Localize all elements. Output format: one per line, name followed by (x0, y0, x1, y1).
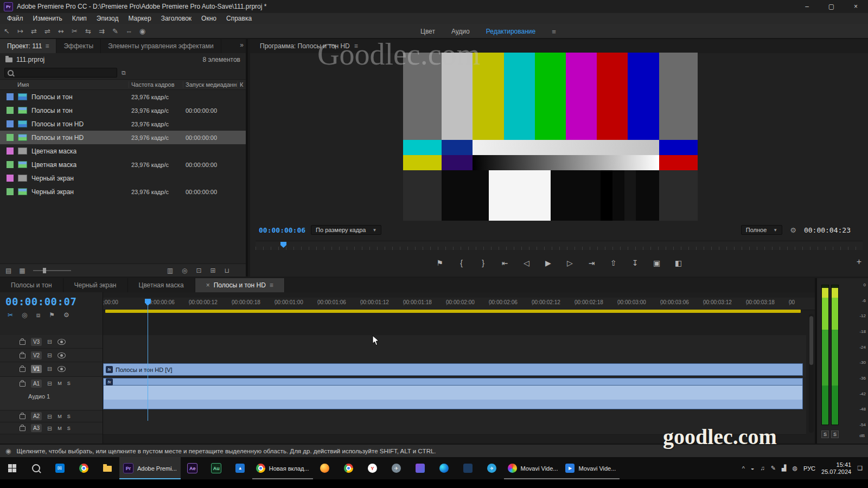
track-name-label[interactable]: Аудио 1 (0, 393, 103, 400)
project-item-row[interactable]: Полосы и тон 23,976 кадр/с 00:00:00:00 (0, 104, 246, 117)
file-explorer-icon[interactable] (95, 457, 119, 479)
icon-view-icon[interactable]: ▦ (19, 267, 25, 274)
razor-icon[interactable]: ✂ (8, 311, 13, 319)
audio-clip-waveform[interactable] (103, 386, 803, 400)
firefox-icon[interactable] (313, 457, 337, 479)
mute-button[interactable]: M (58, 426, 62, 431)
browser-tray-icon[interactable]: ◍ (792, 465, 797, 472)
app-icon[interactable] (409, 457, 432, 479)
insert-point-icon[interactable] (47, 380, 52, 387)
lock-icon[interactable] (20, 426, 25, 431)
automate-to-sequence-icon[interactable]: ▥ (167, 267, 173, 274)
label-color-chip[interactable] (7, 175, 14, 182)
menu-item[interactable]: Окно (196, 13, 221, 24)
lock-icon[interactable] (20, 382, 25, 387)
lock-icon[interactable] (20, 414, 25, 419)
clock[interactable]: 15:41 25.07.2024 (821, 461, 851, 476)
in-out-filter-icon[interactable]: ⧉ (122, 69, 126, 76)
track-target-button[interactable]: A3 (31, 424, 42, 432)
search-button[interactable] (24, 457, 48, 479)
sequence-tab[interactable]: Полосы и тон (0, 278, 63, 292)
premiere-taskbar-item[interactable]: Pr Adobe Premi... (119, 457, 181, 479)
sequence-tab[interactable]: Цветная маска (128, 278, 195, 292)
zoom-tool-icon[interactable]: ◉ (136, 27, 149, 35)
volume-icon[interactable]: ♫ (760, 465, 764, 472)
workspace-tab[interactable]: Редактирование (486, 28, 535, 35)
panel-menu-icon[interactable]: ≡ (270, 278, 273, 292)
menu-item[interactable]: Заголовок (156, 13, 196, 24)
chrome-taskbar-item[interactable]: Новая вклад... (252, 457, 313, 479)
start-button[interactable] (0, 457, 24, 479)
input-pen-icon[interactable]: ✎ (771, 465, 776, 472)
menu-item[interactable]: Справка (221, 13, 257, 24)
edge-icon[interactable] (432, 457, 456, 479)
new-item-icon[interactable]: ⊞ (210, 267, 216, 274)
insert-point-icon[interactable] (47, 425, 52, 432)
solo-button[interactable]: S (67, 426, 71, 431)
lock-icon[interactable] (20, 367, 25, 372)
track-target-button[interactable]: V2 (31, 351, 42, 359)
search-input[interactable] (16, 69, 105, 76)
search-box[interactable] (4, 68, 117, 78)
list-view-icon[interactable]: ▤ (5, 267, 11, 274)
project-item-row[interactable]: Полосы и тон HD 23,976 кадр/с (0, 117, 246, 131)
step-forward-icon[interactable]: ▷ (565, 259, 576, 267)
project-item-row[interactable]: Полосы и тон 23,976 кадр/с (0, 90, 246, 104)
after-effects-icon[interactable]: Ae (181, 457, 205, 479)
track-target-button[interactable]: A2 (31, 412, 42, 420)
snap-icon[interactable]: ◎ (22, 311, 27, 319)
thumbnail-zoom-slider[interactable] (33, 270, 71, 271)
project-item-row[interactable]: Полосы и тон HD 23,976 кадр/с 00:00:00:0… (0, 131, 246, 144)
solo-button[interactable]: S (821, 431, 829, 438)
menu-item[interactable]: Изменить (28, 13, 67, 24)
language-indicator[interactable]: РУС (803, 465, 815, 472)
movavi-taskbar-item[interactable]: Movavi Vide... (504, 457, 562, 479)
panel-tab[interactable]: Элементы управления эффектами (101, 39, 221, 53)
column-extra[interactable]: К (238, 81, 246, 88)
audio-clip-foot[interactable] (103, 400, 803, 409)
timeline-vertical-scrollbar[interactable] (809, 314, 814, 433)
add-marker-icon[interactable]: ⚑ (49, 311, 55, 319)
menu-item[interactable]: Файл (2, 13, 28, 24)
panel-menu-icon[interactable]: ≡ (45, 39, 49, 53)
go-to-in-icon[interactable]: ⇤ (500, 259, 510, 267)
extract-icon[interactable]: ↧ (630, 259, 641, 267)
razor-tool-icon[interactable]: ✂ (68, 27, 81, 35)
tab-overflow-chevron[interactable]: » (240, 41, 244, 49)
project-item-row[interactable]: Цветная маска 23,976 кадр/с 00:00:00:00 (0, 158, 246, 171)
mute-button[interactable]: M (58, 381, 62, 386)
telegram-icon[interactable] (480, 457, 504, 479)
sequence-tab[interactable]: × Полосы и тон HD ≡ (195, 278, 285, 292)
network-icon[interactable]: ▟ (782, 465, 786, 472)
go-to-out-icon[interactable]: ⇥ (586, 259, 597, 267)
rolling-edit-tool-icon[interactable]: ⇌ (41, 27, 54, 35)
pen-tool-icon[interactable]: ✎ (108, 27, 122, 35)
close-icon[interactable]: × (206, 278, 210, 292)
chrome-icon[interactable] (337, 457, 361, 479)
track-target-button[interactable]: A1 (31, 380, 42, 388)
program-scrubber[interactable] (256, 241, 863, 250)
time-ruler[interactable]: :00:0000:00:00:0600:00:00:1200:00:00:180… (103, 298, 815, 310)
playback-quality-dropdown[interactable]: Полное ▼ (741, 225, 782, 235)
antivirus-tray-icon[interactable]: ◒ (751, 465, 755, 472)
ripple-edit-tool-icon[interactable]: ⇄ (27, 27, 41, 35)
track-lane-a2[interactable] (103, 410, 806, 423)
label-color-chip[interactable] (7, 107, 14, 114)
monitor-settings-icon[interactable]: ⚙ (790, 226, 796, 234)
mark-out-icon[interactable]: } (478, 259, 489, 267)
menu-item[interactable]: Клип (67, 13, 92, 24)
project-item-row[interactable]: Черный экран 23,976 кадр/с 00:00:00:00 (0, 185, 246, 198)
video-clip[interactable]: fx Полосы и тон HD [V] (103, 363, 803, 376)
track-target-button[interactable]: V3 (31, 338, 42, 346)
close-button[interactable]: × (844, 0, 868, 13)
insert-point-icon[interactable] (47, 338, 52, 345)
minimize-button[interactable]: – (795, 0, 819, 13)
work-area-bar[interactable] (105, 310, 801, 313)
column-name[interactable]: Имя (0, 81, 129, 88)
project-item-row[interactable]: Черный экран (0, 171, 246, 185)
insert-point-icon[interactable] (47, 413, 52, 420)
workspace-tab[interactable]: Аудио (451, 28, 470, 35)
label-color-chip[interactable] (7, 188, 14, 195)
play-icon[interactable]: ▶ (543, 259, 554, 267)
timeline-settings-icon[interactable]: ⚙ (63, 311, 69, 319)
